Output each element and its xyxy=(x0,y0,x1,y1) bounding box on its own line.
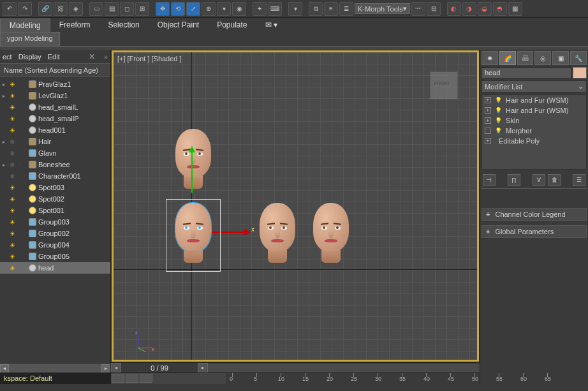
viewport-object-head-smaill[interactable] xyxy=(255,203,300,264)
visibility-icon[interactable]: ❄ xyxy=(10,138,17,145)
freeze-icon[interactable]: · xyxy=(19,161,27,168)
timeline-prev-icon[interactable]: ◂ xyxy=(111,363,121,373)
ribbon-tab-populate[interactable]: Populate xyxy=(208,18,256,31)
modifier-row[interactable]: +💡Hair and Fur (WSM) xyxy=(482,95,586,105)
visibility-icon[interactable]: ☀ xyxy=(10,81,17,88)
scene-tree[interactable]: ▸☀PravGlaz1▸☀LevGlaz1☀head_smailL☀head_s… xyxy=(0,77,110,364)
expand-icon[interactable]: + xyxy=(485,138,491,144)
schematic-icon[interactable]: ⊟ xyxy=(427,2,441,16)
track-btn-3[interactable] xyxy=(140,374,152,383)
ref-coord-icon[interactable]: ▾ xyxy=(217,2,231,16)
visibility-icon[interactable]: ☀ xyxy=(10,230,17,237)
tree-row[interactable]: ☀Group004 xyxy=(0,239,110,251)
pin-icon[interactable]: » xyxy=(104,53,108,61)
tree-row[interactable]: ☀Spot003 xyxy=(0,182,110,193)
curve-editor-icon[interactable]: 〰 xyxy=(411,2,425,16)
link-icon[interactable]: 🔗 xyxy=(38,2,52,16)
make-unique-icon[interactable]: ∀ xyxy=(533,174,545,186)
visibility-icon[interactable]: ☀ xyxy=(10,196,17,203)
move-icon[interactable]: ✥ xyxy=(156,2,170,16)
align-icon[interactable]: ≡ xyxy=(324,2,338,16)
viewport-object-head001[interactable] xyxy=(171,129,216,190)
scene-explorer-header[interactable]: Name (Sorted Ascending Age) xyxy=(0,64,110,77)
window-cross-icon[interactable]: ⊞ xyxy=(135,2,149,16)
viewcube[interactable] xyxy=(430,71,458,100)
manip-icon[interactable]: ✦ xyxy=(253,2,267,16)
visibility-icon[interactable]: ❄ xyxy=(10,161,17,168)
tree-row[interactable]: ☀head001 xyxy=(0,124,110,136)
visibility-icon[interactable]: ☀ xyxy=(10,184,17,191)
close-icon[interactable]: × xyxy=(87,51,98,63)
visibility-icon[interactable]: ❄ xyxy=(10,150,17,157)
tree-row[interactable]: ▸☀PravGlaz1 xyxy=(0,78,110,90)
scroll-right-icon[interactable]: ▸ xyxy=(101,364,110,373)
tree-row[interactable]: ▸❄Hair xyxy=(0,136,110,147)
visibility-icon[interactable]: ☀ xyxy=(10,92,17,100)
select-rect-icon[interactable]: ◻ xyxy=(120,2,134,16)
lp-tab-edit[interactable]: Edit xyxy=(48,53,60,61)
ribbon-tab-modeling[interactable]: Modeling xyxy=(0,18,50,32)
snap-spinner-icon[interactable]: ◓ xyxy=(493,2,507,16)
pin-stack-icon[interactable]: ⊣ xyxy=(483,174,496,186)
placement-icon[interactable]: ⊕ xyxy=(202,2,216,16)
expand-icon[interactable]: ▸ xyxy=(3,139,8,145)
select-icon[interactable]: ▭ xyxy=(89,2,103,16)
viewport-object-head-selected[interactable] xyxy=(171,203,216,264)
ribbon-subtab[interactable]: ygon Modeling xyxy=(0,32,60,46)
tree-row[interactable]: ☀head xyxy=(0,262,110,274)
create-tab-icon[interactable]: ✸ xyxy=(481,51,498,65)
tree-row[interactable]: ☀head_smailP xyxy=(0,113,110,124)
workspace-label[interactable]: kspace: Default xyxy=(0,373,110,384)
redo-icon[interactable]: ↷ xyxy=(18,2,32,16)
scroll-left-icon[interactable]: ◂ xyxy=(0,364,9,373)
expand-icon[interactable]: ▸ xyxy=(3,162,8,168)
layers-icon[interactable]: ≣ xyxy=(339,2,353,16)
expand-icon[interactable]: ▸ xyxy=(3,82,8,87)
unlink-icon[interactable]: ⛓ xyxy=(54,2,68,16)
scale-icon[interactable]: ⤢ xyxy=(186,2,200,16)
tree-row[interactable]: ▸❄·Boneshee xyxy=(0,159,110,170)
viewport-object-head-smailp[interactable] xyxy=(309,203,353,264)
timeline-next-icon[interactable]: ▸ xyxy=(198,363,208,373)
select-name-icon[interactable]: ▤ xyxy=(105,2,119,16)
rollout-global-params[interactable]: +Global Parameters xyxy=(481,225,587,238)
hierarchy-tab-icon[interactable]: 品 xyxy=(517,51,534,65)
visibility-icon[interactable]: ☀ xyxy=(10,104,17,111)
tree-row[interactable]: ☀Group005 xyxy=(0,251,110,262)
rotate-icon[interactable]: ⟲ xyxy=(171,2,185,16)
expand-icon[interactable]: + xyxy=(485,97,491,103)
visibility-icon[interactable]: ☀ xyxy=(10,115,17,122)
snap-angle-icon[interactable]: ◑ xyxy=(462,2,476,16)
ribbon-mail-icon[interactable]: ✉ ▾ xyxy=(256,18,286,31)
scene-explorer-hscroll[interactable]: ◂ ▸ xyxy=(0,364,110,373)
motion-tab-icon[interactable]: ◎ xyxy=(534,51,551,65)
snap-icon[interactable]: ◐ xyxy=(447,2,461,16)
bulb-icon[interactable]: 💡 xyxy=(495,128,502,134)
tree-row[interactable]: ☀Group003 xyxy=(0,216,110,228)
visibility-icon[interactable]: ❄ xyxy=(10,173,17,180)
show-end-result-icon[interactable]: ∏ xyxy=(508,174,520,186)
expand-icon[interactable] xyxy=(485,128,491,134)
remove-modifier-icon[interactable]: 🗑 xyxy=(548,174,561,186)
sets-dropdown[interactable]: K-Morph Tools▾ xyxy=(355,3,410,14)
tree-row[interactable]: ☀head_smailL xyxy=(0,101,110,113)
track-btn-1[interactable] xyxy=(112,374,124,383)
lp-tab-select[interactable]: ect xyxy=(3,53,12,61)
ribbon-tab-objectpaint[interactable]: Object Paint xyxy=(149,18,208,31)
object-name-field[interactable]: head xyxy=(481,67,571,78)
configure-sets-icon[interactable]: ☰ xyxy=(573,174,585,186)
tree-row[interactable]: ☀Group002 xyxy=(0,228,110,239)
rollout-channel-color[interactable]: +Channel Color Legend xyxy=(481,208,587,221)
bulb-icon[interactable]: 💡 xyxy=(495,97,502,103)
expand-icon[interactable]: + xyxy=(485,117,491,124)
visibility-icon[interactable]: ☀ xyxy=(10,242,17,249)
timeline-ruler[interactable]: 05101520253035404550556065 xyxy=(111,373,480,384)
lp-tab-display[interactable]: Display xyxy=(18,53,41,61)
modifier-row[interactable]: +Editable Poly xyxy=(482,136,586,146)
visibility-icon[interactable]: ☀ xyxy=(10,253,17,260)
bulb-icon[interactable]: 💡 xyxy=(495,117,502,124)
mirror-icon[interactable]: ⧉ xyxy=(309,2,323,16)
ribbon-tab-selection[interactable]: Selection xyxy=(99,18,148,31)
visibility-icon[interactable]: ☀ xyxy=(10,265,17,272)
expand-icon[interactable]: + xyxy=(485,107,491,114)
